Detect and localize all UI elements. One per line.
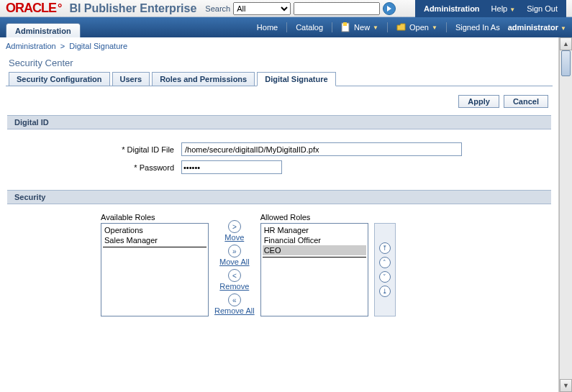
tab-administration[interactable]: Administration <box>6 23 81 37</box>
tab-security-configuration[interactable]: Security Configuration <box>9 72 110 86</box>
new-icon <box>341 22 351 32</box>
password-input[interactable] <box>181 160 282 174</box>
move-button[interactable]: > <box>228 220 241 233</box>
reorder-panel: ⤒ ˄ ˅ ⤓ <box>374 223 396 316</box>
signed-in-as: Signed In As administrator ▼ <box>455 23 566 32</box>
list-item[interactable]: HR Manager <box>263 225 366 235</box>
password-label: * Password <box>9 163 174 172</box>
chevron-down-icon: ▼ <box>560 25 566 32</box>
move-top-button[interactable]: ⤒ <box>379 242 391 254</box>
separator <box>332 22 332 32</box>
list-item[interactable]: Financial Officer <box>263 235 366 245</box>
list-item-selected[interactable]: CEO <box>263 245 366 255</box>
chevron-down-icon: ▼ <box>432 24 437 31</box>
move-all-link[interactable]: Move All <box>219 257 250 266</box>
move-link[interactable]: Move <box>224 233 244 242</box>
search-label: Search <box>205 4 230 13</box>
allowed-roles-list[interactable]: HR Manager Financial Officer CEO <box>260 223 368 316</box>
scrollbar-thumb[interactable] <box>561 50 571 76</box>
move-down-button[interactable]: ˅ <box>379 271 391 283</box>
separator <box>387 22 388 32</box>
menu-home[interactable]: Home <box>257 23 278 32</box>
list-divider <box>103 247 206 247</box>
oracle-logo: ORACLE <box>6 1 56 16</box>
nav-administration[interactable]: Administration <box>418 2 486 15</box>
search-category-select[interactable]: All <box>233 2 291 15</box>
tab-digital-signature[interactable]: Digital Signature <box>257 72 335 86</box>
available-roles-list[interactable]: Operations Sales Manager <box>101 223 209 316</box>
oracle-dot: ° <box>58 2 62 15</box>
list-item[interactable]: Sales Manager <box>103 235 206 245</box>
apply-button[interactable]: Apply <box>458 95 499 108</box>
chevron-down-icon: ▼ <box>509 6 515 13</box>
search-input[interactable] <box>294 2 380 15</box>
breadcrumb-root[interactable]: Administration <box>6 42 56 50</box>
search-go-button[interactable] <box>383 2 396 15</box>
signed-in-user[interactable]: administrator ▼ <box>508 23 566 32</box>
section-digital-id: Digital ID <box>7 115 551 129</box>
page-title: Security Center <box>0 55 558 71</box>
list-divider <box>263 257 366 257</box>
tab-roles-permissions[interactable]: Roles and Permissions <box>152 72 255 86</box>
vertical-scrollbar[interactable]: ▲ ▼ <box>559 37 572 392</box>
remove-all-button[interactable]: « <box>228 293 241 306</box>
move-all-button[interactable]: » <box>228 245 241 257</box>
scroll-up-button[interactable]: ▲ <box>560 37 572 50</box>
breadcrumb-current: Digital Signature <box>69 42 127 50</box>
folder-open-icon <box>396 23 407 32</box>
nav-help[interactable]: Help ▼ <box>486 2 522 15</box>
nav-signout[interactable]: Sign Out <box>521 2 563 15</box>
svg-rect-2 <box>343 22 347 26</box>
remove-all-link[interactable]: Remove All <box>214 306 255 315</box>
move-bottom-button[interactable]: ⤓ <box>379 286 391 297</box>
separator <box>446 22 447 32</box>
separator <box>286 22 287 32</box>
list-item[interactable]: Operations <box>103 225 206 235</box>
svg-marker-0 <box>387 6 391 12</box>
menu-open[interactable]: Open ▼ <box>396 23 437 32</box>
cancel-button[interactable]: Cancel <box>504 95 548 108</box>
digital-id-file-label: * Digital ID File <box>9 145 174 154</box>
menu-catalog[interactable]: Catalog <box>296 23 323 32</box>
remove-button[interactable]: < <box>228 269 241 282</box>
digital-id-file-input[interactable] <box>181 142 462 156</box>
allowed-roles-label: Allowed Roles <box>260 213 368 222</box>
product-title: BI Publisher Enterprise <box>69 2 196 15</box>
move-up-button[interactable]: ˄ <box>379 257 391 268</box>
scroll-down-button[interactable]: ▼ <box>560 379 572 392</box>
menu-new[interactable]: New ▼ <box>341 22 378 32</box>
tab-users[interactable]: Users <box>112 72 150 86</box>
remove-link[interactable]: Remove <box>219 282 249 291</box>
available-roles-label: Available Roles <box>101 213 209 222</box>
section-security: Security <box>7 190 551 204</box>
chevron-down-icon: ▼ <box>373 24 378 31</box>
